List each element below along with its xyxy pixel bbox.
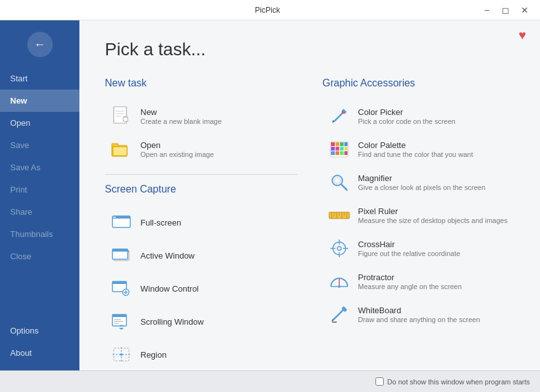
task-window-control-name: Window Control (140, 284, 199, 294)
sidebar-item-save[interactable]: Save (0, 134, 79, 156)
task-pixel-ruler-text: Pixel Ruler Measure the size of desktop … (358, 206, 508, 224)
svg-rect-22 (112, 314, 126, 317)
svg-line-76 (334, 310, 343, 320)
task-region-text: Region (140, 350, 166, 360)
task-fullscreen-name: Full-screen (140, 218, 181, 227)
protractor-icon (329, 271, 349, 292)
sidebar-item-start[interactable]: Start (0, 67, 79, 90)
sidebar-item-print[interactable]: Print (0, 179, 79, 201)
graphic-accessories-list: Color Picker Pick a color code on the sc… (323, 100, 515, 330)
task-magnifier-name: Magnifier (358, 173, 486, 183)
close-button[interactable]: ✕ (516, 1, 534, 19)
task-color-picker-desc: Pick a color code on the screen (358, 118, 456, 125)
task-scrolling-window-name: Scrolling Window (140, 317, 204, 327)
svg-rect-54 (340, 151, 344, 155)
svg-rect-7 (112, 144, 118, 147)
task-magnifier-desc: Give a closer look at pixels on the scre… (358, 184, 486, 191)
svg-rect-17 (112, 281, 126, 284)
svg-rect-44 (331, 142, 335, 146)
task-crosshair-text: CrossHair Figure out the relative coordi… (358, 240, 461, 257)
svg-rect-11 (113, 217, 116, 218)
task-window-control-text: Window Control (140, 284, 199, 294)
sidebar: ← Start New Open Save Save As Print Shar… (0, 20, 79, 370)
heart-icon: ♥ (518, 28, 526, 43)
screen-capture-list: Full-screen (105, 206, 297, 370)
title-bar: PicPick − ◻ ✕ (0, 0, 540, 20)
sidebar-bottom: Options About (0, 320, 79, 370)
back-button[interactable]: ← (27, 32, 53, 57)
svg-marker-4 (123, 117, 128, 121)
task-region[interactable]: Region (105, 339, 297, 370)
svg-point-58 (334, 177, 341, 184)
svg-marker-27 (119, 328, 124, 330)
task-pixel-ruler-name: Pixel Ruler (358, 206, 508, 216)
task-crosshair-name: CrossHair (358, 240, 461, 249)
task-color-palette-text: Color Palette Find and tune the color th… (358, 140, 473, 158)
task-color-palette-name: Color Palette (358, 140, 473, 150)
sections-row: New task (105, 78, 515, 370)
task-color-picker[interactable]: Color Picker Pick a color code on the sc… (323, 100, 515, 132)
svg-rect-53 (335, 151, 339, 155)
maximize-button[interactable]: ◻ (497, 1, 515, 19)
open-icon (111, 139, 132, 159)
sidebar-item-options[interactable]: Options (0, 320, 79, 342)
task-magnifier[interactable]: Magnifier Give a closer look at pixels o… (323, 166, 515, 198)
task-new[interactable]: New Create a new blank image (105, 100, 297, 132)
task-active-window[interactable]: Active Window (105, 240, 297, 271)
svg-line-57 (341, 184, 347, 190)
page-title: Pick a task... (105, 39, 515, 60)
sidebar-item-close[interactable]: Close (0, 245, 79, 267)
color-palette-icon (329, 139, 349, 159)
task-whiteboard-text: WhiteBoard Draw and share anything on th… (358, 306, 480, 323)
new-icon (111, 106, 132, 126)
task-protractor[interactable]: Protractor Measure any angle on the scre… (323, 266, 515, 297)
region-icon (111, 344, 132, 365)
svg-rect-55 (344, 151, 348, 155)
task-whiteboard[interactable]: WhiteBoard Draw and share anything on th… (323, 299, 515, 330)
minimize-button[interactable]: − (478, 1, 496, 19)
svg-line-39 (334, 112, 343, 121)
svg-point-42 (342, 111, 344, 114)
task-color-picker-name: Color Picker (358, 107, 456, 117)
pixel-ruler-icon (329, 205, 349, 226)
sidebar-item-open[interactable]: Open (0, 112, 79, 134)
sidebar-item-new[interactable]: New (0, 90, 79, 112)
task-open[interactable]: Open Open an existing image (105, 133, 297, 165)
sidebar-item-thumbnails[interactable]: Thumbnails (0, 223, 79, 245)
task-pixel-ruler[interactable]: Pixel Ruler Measure the size of desktop … (323, 199, 515, 231)
task-fullscreen-text: Full-screen (140, 218, 181, 227)
task-crosshair[interactable]: CrossHair Figure out the relative coordi… (323, 233, 515, 264)
task-open-name: Open (140, 140, 214, 150)
graphic-accessories-title: Graphic Accessories (323, 78, 515, 89)
dont-show-checkbox[interactable] (375, 377, 384, 386)
svg-rect-49 (335, 147, 339, 151)
svg-rect-47 (344, 142, 348, 146)
task-magnifier-text: Magnifier Give a closer look at pixels o… (358, 173, 486, 191)
svg-rect-50 (340, 147, 344, 151)
sidebar-item-save-as[interactable]: Save As (0, 156, 79, 179)
task-color-palette[interactable]: Color Palette Find and tune the color th… (323, 133, 515, 165)
task-whiteboard-desc: Draw and share anything on the screen (358, 316, 480, 323)
sidebar-item-about[interactable]: About (0, 342, 79, 364)
task-open-desc: Open an existing image (140, 151, 214, 158)
task-open-text: Open Open an existing image (140, 140, 214, 158)
screen-capture-title: Screen Capture (105, 184, 297, 195)
svg-point-31 (120, 353, 123, 356)
sidebar-item-share[interactable]: Share (0, 201, 79, 223)
svg-point-68 (337, 247, 341, 250)
task-active-window-name: Active Window (140, 251, 194, 260)
task-scrolling-window[interactable]: Scrolling Window (105, 306, 297, 337)
window-title: PicPick (57, 6, 478, 15)
task-region-name: Region (140, 350, 166, 360)
svg-rect-52 (331, 151, 335, 155)
svg-rect-8 (113, 147, 127, 156)
svg-rect-48 (331, 147, 335, 151)
task-active-window-text: Active Window (140, 251, 194, 260)
svg-point-75 (338, 285, 341, 288)
crosshair-icon (329, 238, 349, 259)
task-fullscreen[interactable]: Full-screen (105, 206, 297, 238)
task-window-control[interactable]: Window Control (105, 273, 297, 304)
task-whiteboard-name: WhiteBoard (358, 306, 480, 315)
svg-rect-51 (344, 147, 348, 151)
left-section: New task (105, 78, 297, 370)
